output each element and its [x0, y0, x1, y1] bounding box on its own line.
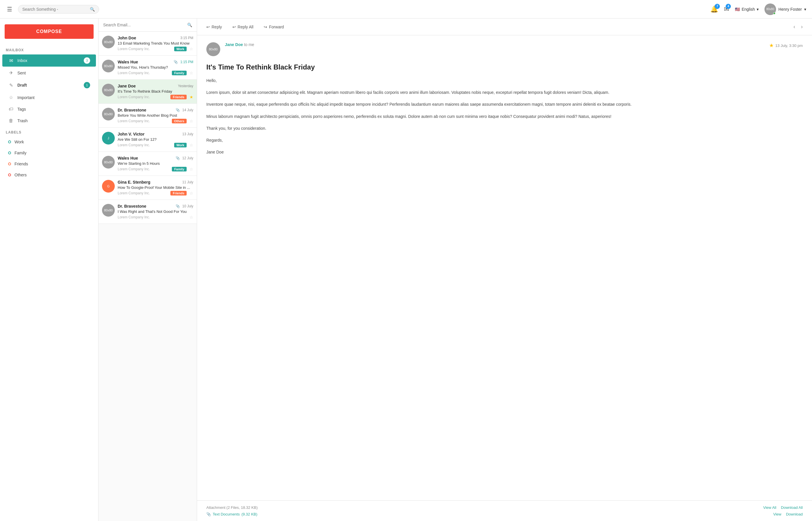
mailbox-section-title: MAILBOX	[0, 45, 98, 54]
email-signature: Jane Doe	[206, 149, 803, 156]
email-search-icon: 🔍	[187, 23, 192, 27]
user-menu[interactable]: 80x80 Henry Foster ▾	[765, 3, 806, 15]
email-attachments: Attachment (2 Files, 18.32 KB) View All …	[197, 500, 812, 521]
inbox-icon: ✉	[8, 58, 14, 63]
email-list-panel: 🔍 80x80 John Doe 3:15 PM 13 Email Market…	[98, 19, 197, 521]
email-sender: Wales Hue	[118, 60, 138, 64]
email-subject: Missed You, How's Thursday?	[118, 65, 193, 69]
list-item[interactable]: 80x80 John Doe 3:15 PM 13 Email Marketin…	[98, 31, 197, 55]
email-time: 13 July	[182, 132, 193, 136]
attachment-file[interactable]: 📎 Text Documents (9.32 KB)	[206, 512, 257, 516]
sidebar-item-draft[interactable]: ✎ Draft 1	[2, 79, 96, 91]
view-all-link[interactable]: View All	[763, 505, 776, 510]
email-tag: Friends	[170, 95, 186, 99]
sidebar-item-sent[interactable]: ✈ Sent	[2, 67, 96, 78]
email-sender: Jane Doe	[118, 84, 136, 88]
sidebar-item-work[interactable]: Work	[2, 137, 96, 147]
avatar: 80x80	[102, 36, 115, 48]
email-tag: Work	[174, 47, 186, 51]
label-friends: Friends	[15, 162, 90, 166]
forward-button[interactable]: ↪ Forward	[261, 23, 286, 30]
star-icon[interactable]: ☆	[190, 47, 193, 51]
header-right: 🔔 7 ✉ 4 🇺🇸 English ▾ 80x80 Henry Foster …	[710, 3, 806, 15]
sender-info: Jane Doe to me	[225, 42, 769, 47]
sidebar-item-family[interactable]: Family	[2, 148, 96, 158]
email-tag: Work	[174, 143, 186, 148]
avatar: 80x80	[102, 60, 115, 72]
mail-notification[interactable]: ✉ 4	[724, 5, 729, 13]
email-paragraph-2: Inventore quae neque, nisi, eaque perfer…	[206, 101, 803, 108]
email-subject: It's Time To Rethink Black Friday	[118, 89, 193, 93]
draft-icon: ✎	[8, 83, 14, 88]
email-time: 3:15 PM	[180, 36, 193, 40]
sidebar-item-tags[interactable]: 🏷 Tags	[2, 104, 96, 115]
email-time: 10 July	[182, 204, 193, 208]
reply-button[interactable]: ↩ Reply	[204, 23, 224, 30]
email-paragraph-1: Lorem ipsum, dolor sit amet consectetur …	[206, 89, 803, 96]
email-sender: Dr. Bravestone	[118, 108, 146, 112]
attachment-icon: 📎	[174, 60, 178, 64]
star-icon[interactable]: ☆	[190, 143, 193, 148]
list-item[interactable]: 80x80 Dr. Bravestone 📎 10 July I Was Rig…	[98, 200, 197, 224]
sidebar-item-friends[interactable]: Friends	[2, 159, 96, 169]
avatar: 80x80	[765, 3, 776, 15]
starred-icon[interactable]: ★	[769, 42, 774, 49]
view-file-link[interactable]: View	[773, 512, 781, 516]
email-tag: Friends	[170, 191, 186, 196]
sent-icon: ✈	[8, 70, 14, 75]
language-selector[interactable]: 🇺🇸 English ▾	[735, 7, 759, 12]
bell-notification[interactable]: 🔔 7	[710, 5, 718, 13]
star-icon[interactable]: ☆	[190, 119, 193, 123]
main-layout: COMPOSE MAILBOX ✉ Inbox 3 ✈ Sent ✎ Draft…	[0, 19, 812, 521]
email-tag: Family	[172, 71, 186, 75]
compose-button[interactable]: COMPOSE	[5, 24, 94, 39]
download-file-link[interactable]: Download	[786, 512, 803, 516]
email-company: Lorem Company Inc.	[118, 95, 150, 99]
file-icon: 📎	[206, 512, 211, 516]
email-time: 1:15 PM	[180, 60, 193, 64]
avatar: 80x80	[102, 108, 115, 120]
sidebar-item-trash[interactable]: 🗑 Trash	[2, 115, 96, 126]
email-subject: We're Starting In 5 Hours	[118, 161, 193, 166]
email-list: 80x80 John Doe 3:15 PM 13 Email Marketin…	[98, 31, 197, 521]
online-indicator	[773, 12, 775, 15]
avatar: 80x80	[102, 84, 115, 96]
others-dot	[8, 174, 11, 176]
sender-avatar: 80x80	[206, 42, 220, 56]
star-icon[interactable]: ☆	[190, 167, 193, 172]
hamburger-button[interactable]: ☰	[6, 5, 13, 14]
global-search-input[interactable]	[22, 7, 90, 12]
list-item[interactable]: 80x80 Dr. Bravestone 📎 14 July Before Yo…	[98, 104, 197, 128]
sidebar-item-important[interactable]: ☆ Important	[2, 92, 96, 103]
list-item[interactable]: 80x80 Wales Hue 📎 12 July We're Starting…	[98, 152, 197, 176]
email-company: Lorem Company Inc.	[118, 119, 150, 123]
list-item[interactable]: 80x80 Wales Hue 📎 1:15 PM Missed You, Ho…	[98, 55, 197, 80]
star-icon[interactable]: ☆	[190, 71, 193, 75]
star-icon[interactable]: ☆	[190, 215, 193, 220]
draft-badge: 1	[84, 82, 90, 88]
email-content: Dr. Bravestone 📎 14 July Before You Writ…	[118, 108, 193, 123]
avatar: G	[102, 180, 115, 192]
star-icon[interactable]: ☆	[190, 191, 193, 196]
email-sender: Gina E. Stenberg	[118, 180, 150, 184]
email-detail-header: 80x80 Jane Doe to me ★ 13 July, 3:30 pm	[206, 42, 803, 56]
next-email-button[interactable]: ›	[799, 23, 805, 31]
list-item[interactable]: 80x80 Jane Doe Yesterday It's Time To Re…	[98, 80, 197, 104]
list-item[interactable]: G Gina E. Stenberg 11 July How To Google…	[98, 176, 197, 200]
attachment-row: 📎 Text Documents (9.32 KB) View Download	[206, 512, 803, 516]
email-sender: John Doe	[118, 36, 136, 40]
email-subject: Before You Write Another Blog Post	[118, 113, 193, 118]
star-icon[interactable]: ★	[190, 95, 193, 99]
prev-email-button[interactable]: ‹	[791, 23, 797, 31]
sidebar-item-others[interactable]: Others	[2, 170, 96, 180]
email-time: 12 July	[182, 156, 193, 160]
email-search-input[interactable]	[103, 23, 187, 27]
reply-all-button[interactable]: ↩ Reply All	[230, 23, 256, 30]
sidebar-item-inbox[interactable]: ✉ Inbox 3	[2, 54, 96, 67]
email-company: Lorem Company Inc.	[118, 71, 150, 75]
sidebar-item-label: Draft	[17, 83, 84, 88]
list-item[interactable]: J John V. Victor 13 July Are We Still on…	[98, 128, 197, 152]
download-all-link[interactable]: Download All	[781, 505, 803, 510]
sidebar: COMPOSE MAILBOX ✉ Inbox 3 ✈ Sent ✎ Draft…	[0, 19, 98, 521]
email-greeting: Hello,	[206, 77, 803, 84]
